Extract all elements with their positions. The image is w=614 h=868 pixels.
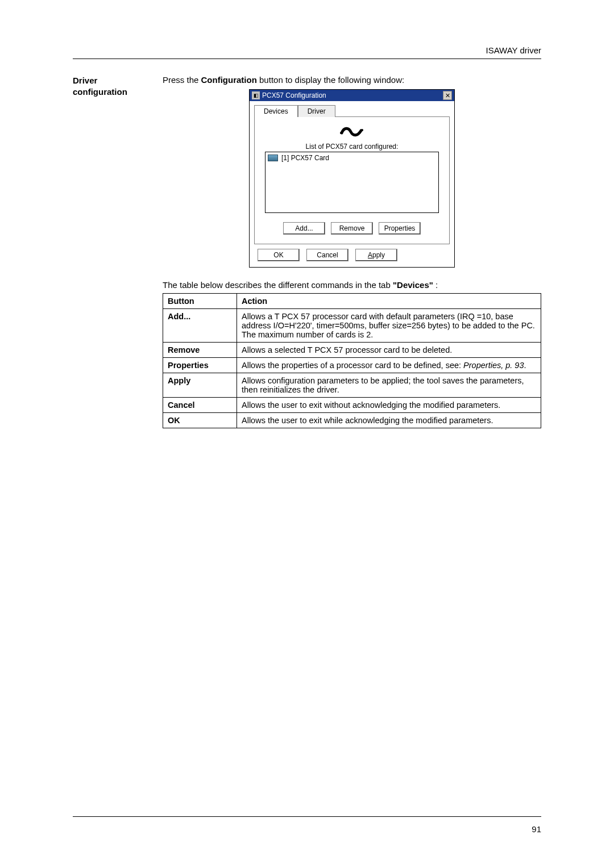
cell-action: Allows the user to exit without acknowle… (237, 398, 541, 413)
section-heading-line1: Driver (73, 76, 97, 85)
apply-accel: A (368, 251, 372, 259)
apply-button[interactable]: Apply (355, 249, 397, 261)
table-row: Cancel Allows the user to exit without a… (163, 398, 541, 413)
intro-text: Press the Configuration button to displa… (163, 75, 541, 85)
list-caption: List of PCX57 card configured: (265, 143, 439, 151)
remove-button[interactable]: Remove (331, 222, 373, 235)
card-icon (268, 155, 278, 161)
cell-action: Allows a T PCX 57 processor card with de… (237, 309, 541, 343)
tab-strip: Devices Driver (250, 101, 454, 116)
pcx57-config-dialog: ◧ PCX57 Configuration ✕ Devices Driver (249, 89, 455, 268)
cell-action: Allows the properties of a processor car… (237, 358, 541, 373)
commands-table: Button Action Add... Allows a T PCX 57 p… (163, 293, 541, 428)
close-icon[interactable]: ✕ (443, 91, 452, 100)
cell-action-after: . (524, 361, 526, 370)
section-heading-line2: configuration (73, 87, 127, 97)
cell-action-plain: Allows the properties of a processor car… (242, 361, 463, 370)
table-row: Properties Allows the properties of a pr… (163, 358, 541, 373)
table-row: Remove Allows a selected T PCX 57 proces… (163, 343, 541, 358)
squiggle-logo-icon (338, 125, 366, 137)
table-intro-bold: "Devices" (393, 280, 433, 290)
table-header-row: Button Action (163, 294, 541, 309)
th-action: Action (237, 294, 541, 309)
devices-panel: List of PCX57 card configured: [1] PCX57… (254, 116, 450, 244)
table-intro-prefix: The table below describes the different … (163, 280, 393, 290)
tab-driver[interactable]: Driver (298, 105, 335, 117)
apply-rest: pply (372, 251, 385, 259)
cell-action: Allows the user to exit while acknowledg… (237, 413, 541, 428)
card-listbox[interactable]: [1] PCX57 Card (265, 152, 439, 213)
brand-logo (265, 125, 439, 139)
page-number: 91 (532, 824, 541, 834)
table-intro-suffix: : (433, 280, 438, 290)
ok-button[interactable]: OK (258, 249, 300, 261)
intro-suffix: button to display the following window: (257, 75, 404, 85)
add-button[interactable]: Add... (283, 222, 325, 235)
list-item-label: [1] PCX57 Card (281, 154, 329, 162)
th-button: Button (163, 294, 237, 309)
section-heading: Driver configuration (73, 75, 147, 97)
svg-point-1 (361, 129, 363, 131)
svg-point-0 (340, 132, 342, 134)
header-driver-name: ISAWAY driver (73, 45, 541, 55)
list-item[interactable]: [1] PCX57 Card (267, 153, 437, 162)
cell-button: Cancel (163, 398, 237, 413)
table-row: Add... Allows a T PCX 57 processor card … (163, 309, 541, 343)
cell-button: Properties (163, 358, 237, 373)
cell-button: OK (163, 413, 237, 428)
table-row: OK Allows the user to exit while acknowl… (163, 413, 541, 428)
cancel-button[interactable]: Cancel (306, 249, 349, 261)
cell-button: Remove (163, 343, 237, 358)
top-rule (73, 59, 541, 59)
cell-action-italic: Properties, p. 93 (463, 361, 524, 370)
intro-bold: Configuration (201, 75, 257, 85)
cell-button: Add... (163, 309, 237, 343)
dialog-title: PCX57 Configuration (262, 91, 443, 99)
cell-button: Apply (163, 373, 237, 398)
tab-devices[interactable]: Devices (254, 105, 298, 117)
bottom-rule (73, 816, 541, 817)
system-menu-icon[interactable]: ◧ (252, 91, 260, 99)
cell-action: Allows configuration parameters to be ap… (237, 373, 541, 398)
table-row: Apply Allows configuration parameters to… (163, 373, 541, 398)
dialog-titlebar: ◧ PCX57 Configuration ✕ (250, 90, 454, 101)
properties-button[interactable]: Properties (379, 222, 421, 235)
cell-action: Allows a selected T PCX 57 processor car… (237, 343, 541, 358)
table-intro: The table below describes the different … (163, 280, 541, 290)
intro-prefix: Press the (163, 75, 201, 85)
